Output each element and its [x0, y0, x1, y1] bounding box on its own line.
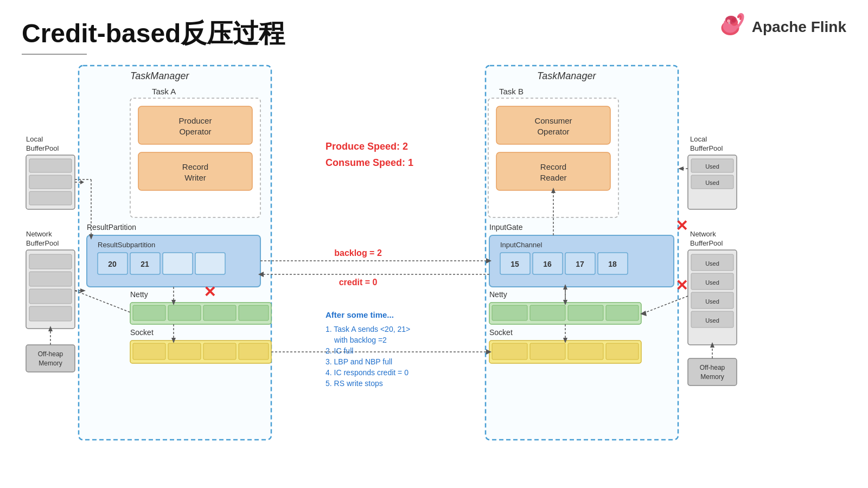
tm-left-label: TaskManager	[130, 70, 189, 81]
netty-left-label: Netty	[130, 290, 148, 299]
backlog-label: backlog = 2	[334, 248, 382, 258]
arrow-rnbp-to-netty	[643, 296, 688, 313]
socket-right-c2	[530, 343, 565, 359]
tm-right-border	[486, 66, 678, 440]
producer-op-box	[138, 106, 252, 144]
cell-empty2	[195, 253, 225, 274]
socket-right-c4	[606, 343, 639, 359]
cell-empty1	[163, 253, 193, 274]
cell-21	[130, 253, 160, 274]
producer-op-text1: Producer	[179, 116, 212, 125]
ic-cell-17-text: 17	[576, 260, 584, 268]
network-bp-left-label1: Network	[26, 230, 52, 238]
consumer-op-text1: Consumer	[534, 116, 572, 125]
network-bp-right-box	[688, 250, 737, 345]
tm-right-label: TaskManager	[537, 70, 596, 81]
record-writer-box	[138, 152, 252, 190]
local-bp-right-label2: BufferPool	[690, 144, 723, 152]
ic-cell-15-text: 15	[510, 260, 519, 268]
nbp-right-used2-text: Used	[705, 279, 719, 286]
arrow-local-bp-right-pointer	[678, 166, 684, 171]
step4-text: 4. IC responds credit = 0	[326, 368, 409, 377]
consume-speed-text: Consume Speed: 1	[326, 157, 413, 168]
title-underline	[22, 54, 87, 55]
task-b-box	[488, 98, 618, 217]
flink-logo-icon	[714, 11, 746, 43]
flink-logo: Apache Flink	[714, 11, 846, 43]
arrow-netty-socket-left-pointer	[171, 338, 176, 343]
arrow-ic-rs-pointer	[258, 272, 264, 277]
ic-cell-18	[598, 253, 628, 274]
consumer-op-text2: Operator	[537, 127, 569, 136]
arrow-offheap-nbp-right-pointer	[710, 342, 714, 348]
arrow-lbp-to-rs	[80, 180, 84, 184]
offheap-left-text1: Off-heap	[38, 350, 63, 358]
input-gate-label: InputGate	[489, 223, 523, 232]
task-a-label: Task A	[152, 87, 176, 96]
consumer-op-box	[496, 106, 610, 144]
nbp-right-used3-text: Used	[705, 298, 719, 305]
x-mark-network-bp-right: ✕	[675, 277, 688, 294]
record-writer-text1: Record	[182, 162, 208, 171]
arrow-netty-socket-right-pointer	[563, 338, 567, 343]
local-bp-left-label2: BufferPool	[26, 144, 59, 152]
offheap-right-box	[688, 358, 737, 386]
tm-left-border	[79, 66, 271, 440]
network-bp-left-label2: BufferPool	[26, 239, 59, 247]
cell-20	[98, 253, 127, 274]
produce-speed-text: Produce Speed: 2	[326, 141, 408, 152]
step5-text: 5. RS write stops	[326, 379, 383, 388]
svg-point-5	[727, 20, 730, 23]
local-bp-left-label1: Local	[26, 135, 43, 143]
ic-cell-18-text: 18	[608, 260, 617, 268]
socket-left-c4	[239, 343, 269, 359]
netty-left-c1	[133, 305, 165, 320]
lbp-right-used2	[691, 175, 733, 189]
cell-21-text: 21	[141, 260, 149, 268]
nbp-right-used4	[691, 311, 733, 328]
svg-point-8	[729, 23, 730, 24]
lbp-left-c3	[29, 191, 72, 205]
x-mark-local-bp-right: ✕	[675, 217, 688, 234]
ic-cell-16-text: 16	[543, 260, 552, 268]
diagram-area: TaskManager TaskManager Task A Task B Pr…	[22, 63, 857, 470]
nbp-left-c2	[29, 272, 72, 286]
task-b-label: Task B	[499, 87, 524, 96]
input-channel-label: InputChannel	[500, 241, 542, 249]
socket-right-label: Socket	[489, 328, 513, 337]
result-subpartition-label: ResultSubpartition	[98, 241, 155, 249]
diagram-svg: TaskManager TaskManager Task A Task B Pr…	[22, 63, 857, 470]
network-bp-right-label2: BufferPool	[690, 239, 723, 247]
socket-right-box	[489, 341, 641, 363]
network-bp-right-label1: Network	[690, 230, 716, 238]
nbp-right-used1-text: Used	[705, 260, 719, 267]
after-some-time: After some time...	[326, 310, 394, 319]
arrow-ic-rr-pointer	[551, 188, 556, 193]
lbp-left-c2	[29, 175, 72, 189]
ic-cell-16	[533, 253, 563, 274]
netty-right-c3	[568, 305, 603, 320]
nbp-right-used1	[691, 254, 733, 271]
socket-left-c2	[168, 343, 201, 359]
task-a-box	[130, 98, 260, 217]
nbp-right-used4-text: Used	[705, 317, 719, 324]
netty-right-c4	[606, 305, 639, 320]
arrow-lbp-down-pointer	[89, 234, 93, 240]
result-subpartition-box	[87, 235, 260, 287]
record-reader-text1: Record	[540, 162, 566, 171]
step1b-text: with backlog =2	[334, 336, 387, 344]
record-reader-text2: Reader	[540, 173, 566, 182]
x-mark-netty-left: ✕	[203, 284, 216, 300]
result-partition-label: ResultPartition	[87, 223, 136, 232]
step3-text: 3. LBP and NBP full	[326, 357, 392, 366]
netty-right-c2	[530, 305, 565, 320]
ic-cell-15	[500, 253, 530, 274]
arrow-rnbp-netty-pointer	[640, 311, 647, 316]
flink-logo-text: Apache Flink	[752, 18, 846, 36]
arrow-nbp-left-pointer	[80, 288, 86, 293]
nbp-right-used2	[691, 273, 733, 290]
socket-right-c3	[568, 343, 603, 359]
credit-label: credit = 0	[339, 278, 378, 287]
socket-left-c3	[203, 343, 236, 359]
ic-cell-17	[565, 253, 595, 274]
